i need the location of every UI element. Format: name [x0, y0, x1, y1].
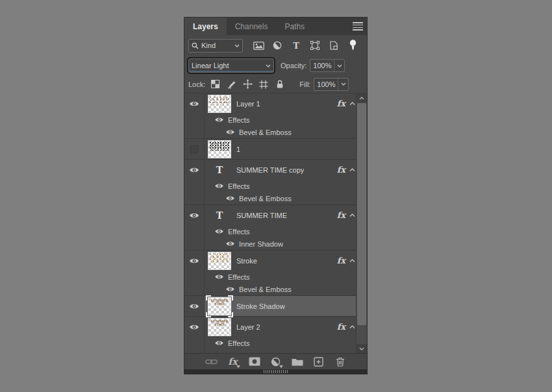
- layer-row[interactable]: T SUMMER TIME copy fx: [205, 160, 367, 180]
- layer-thumbnail[interactable]: SUMMER TIME: [207, 318, 232, 336]
- lock-transparency-icon[interactable]: [210, 79, 220, 90]
- lock-position-icon[interactable]: [242, 79, 253, 90]
- layer-thumbnail[interactable]: [207, 252, 232, 270]
- effect-row[interactable]: Effects: [205, 114, 367, 126]
- visibility-toggle[interactable]: [184, 205, 204, 225]
- tab-paths[interactable]: Paths: [276, 18, 313, 35]
- layer-fx-badge[interactable]: fx: [337, 211, 345, 219]
- type-layer-filter-icon[interactable]: T: [290, 39, 303, 52]
- layer-group: Layer 1 fx Effects Bevel & Emboss: [184, 93, 367, 139]
- visibility-toggle[interactable]: [184, 93, 204, 114]
- effect-row[interactable]: Effects: [205, 180, 367, 192]
- visibility-toggle[interactable]: [184, 317, 204, 337]
- layer-row[interactable]: SUMMER TIME Layer 2 fx: [205, 317, 367, 337]
- smart-object-filter-icon[interactable]: [327, 39, 340, 52]
- visibility-toggle[interactable]: [184, 251, 204, 271]
- visibility-toggle[interactable]: [184, 139, 204, 159]
- pixel-layer-filter-icon[interactable]: [252, 39, 265, 52]
- new-adjustment-layer-icon[interactable]: [270, 355, 282, 368]
- layer-name[interactable]: Stroke: [236, 257, 257, 265]
- adjustment-layer-filter-icon[interactable]: [271, 39, 284, 52]
- layer-thumbnail[interactable]: [207, 95, 232, 113]
- fill-input[interactable]: 100%: [314, 78, 349, 91]
- scroll-track[interactable]: [357, 103, 367, 344]
- layer-name[interactable]: SUMMER TIME: [236, 212, 287, 219]
- effect-visibility-toggle[interactable]: [214, 228, 224, 234]
- new-group-icon[interactable]: [291, 355, 304, 368]
- effect-row[interactable]: Effects: [205, 225, 367, 238]
- effect-row[interactable]: Bevel & Emboss: [205, 126, 367, 138]
- scroll-thumb[interactable]: [357, 103, 366, 325]
- lock-artboard-icon[interactable]: [258, 79, 269, 90]
- chevron-down-icon[interactable]: [338, 79, 348, 90]
- resize-grip[interactable]: [264, 370, 288, 373]
- layer-row[interactable]: 1: [205, 139, 367, 159]
- blend-mode-dropdown[interactable]: Linear Light: [188, 58, 274, 73]
- scroll-up-button[interactable]: [357, 93, 367, 103]
- effect-visibility-toggle[interactable]: [214, 117, 224, 123]
- add-layer-mask-icon[interactable]: [248, 355, 261, 368]
- scrollbar[interactable]: [356, 93, 367, 353]
- layer-name[interactable]: Layer 1: [236, 100, 260, 108]
- effect-row[interactable]: Inner Shadow: [205, 238, 367, 250]
- layer-name[interactable]: 1: [236, 145, 240, 153]
- layer-group: T SUMMER TIME fx Effects Inner Shadow: [184, 205, 367, 251]
- layer-row[interactable]: Layer 1 fx: [205, 93, 367, 114]
- lock-buttons: [210, 79, 285, 90]
- effect-visibility-toggle[interactable]: [225, 129, 235, 135]
- layers-list-inner: Layer 1 fx Effects Bevel & Emboss: [184, 93, 367, 353]
- layer-name[interactable]: Stroke Shadow: [236, 302, 285, 310]
- desktop: { "panel": { "tabs": [ {"label": "Layers…: [0, 0, 552, 392]
- collapse-effects-chevron[interactable]: [349, 168, 355, 172]
- tab-paths-label: Paths: [284, 22, 305, 31]
- effect-visibility-toggle[interactable]: [225, 352, 235, 353]
- kind-filter-dropdown[interactable]: Kind: [188, 39, 243, 53]
- effect-row[interactable]: Effects: [205, 271, 367, 283]
- layer-thumbnail[interactable]: T: [207, 165, 232, 175]
- visibility-toggle[interactable]: [184, 160, 204, 180]
- effect-row[interactable]: Bevel & Emboss: [205, 283, 367, 295]
- effect-visibility-toggle[interactable]: [225, 241, 235, 247]
- effect-row[interactable]: Effects: [205, 337, 367, 349]
- layer-row[interactable]: SUMMER TIME Stroke Shadow: [205, 296, 367, 316]
- collapse-effects-chevron[interactable]: [349, 259, 355, 263]
- effect-visibility-toggle[interactable]: [214, 274, 224, 280]
- layer-name[interactable]: SUMMER TIME copy: [236, 166, 304, 174]
- layer-row[interactable]: Stroke fx: [205, 251, 367, 271]
- effect-visibility-toggle[interactable]: [214, 183, 224, 189]
- effect-visibility-toggle[interactable]: [214, 340, 224, 346]
- tab-layers[interactable]: Layers: [184, 18, 227, 35]
- shape-layer-filter-icon[interactable]: [308, 39, 321, 52]
- layer-group-body: T SUMMER TIME copy fx Effects Bevel & Em…: [205, 160, 367, 204]
- opacity-input[interactable]: 100%: [310, 59, 345, 72]
- lock-pixels-icon[interactable]: [226, 79, 236, 90]
- effect-visibility-toggle[interactable]: [225, 195, 235, 201]
- chevron-down-icon[interactable]: [334, 60, 344, 71]
- layer-row[interactable]: T SUMMER TIME fx: [205, 205, 367, 225]
- collapse-effects-chevron[interactable]: [349, 325, 355, 329]
- visibility-toggle[interactable]: [184, 296, 204, 316]
- filtering-toggle-icon[interactable]: [346, 39, 359, 52]
- tab-layers-label: Layers: [193, 22, 218, 31]
- scroll-down-button[interactable]: [357, 344, 367, 353]
- delete-layer-icon[interactable]: [334, 355, 347, 368]
- layer-thumbnail[interactable]: SUMMER TIME: [207, 297, 232, 315]
- layer-fx-badge[interactable]: fx: [337, 99, 345, 108]
- effect-row[interactable]: Drop Shadow: [205, 349, 367, 353]
- effect-row[interactable]: Bevel & Emboss: [205, 192, 367, 204]
- collapse-effects-chevron[interactable]: [349, 214, 355, 217]
- layer-fx-badge[interactable]: fx: [337, 323, 345, 331]
- layer-name[interactable]: Layer 2: [236, 323, 260, 331]
- collapse-effects-chevron[interactable]: [349, 102, 355, 106]
- panel-menu-icon[interactable]: [353, 22, 363, 31]
- layer-fx-badge[interactable]: fx: [337, 256, 345, 265]
- layer-fx-badge[interactable]: fx: [337, 165, 345, 174]
- new-layer-icon[interactable]: [312, 355, 325, 368]
- layer-thumbnail[interactable]: T: [207, 210, 232, 221]
- tab-channels[interactable]: Channels: [227, 18, 277, 35]
- layer-thumbnail[interactable]: [207, 140, 232, 158]
- layer-style-icon[interactable]: fx: [227, 355, 240, 368]
- link-layers-icon[interactable]: [205, 355, 218, 368]
- lock-all-icon[interactable]: [275, 79, 285, 90]
- effect-visibility-toggle[interactable]: [225, 286, 235, 292]
